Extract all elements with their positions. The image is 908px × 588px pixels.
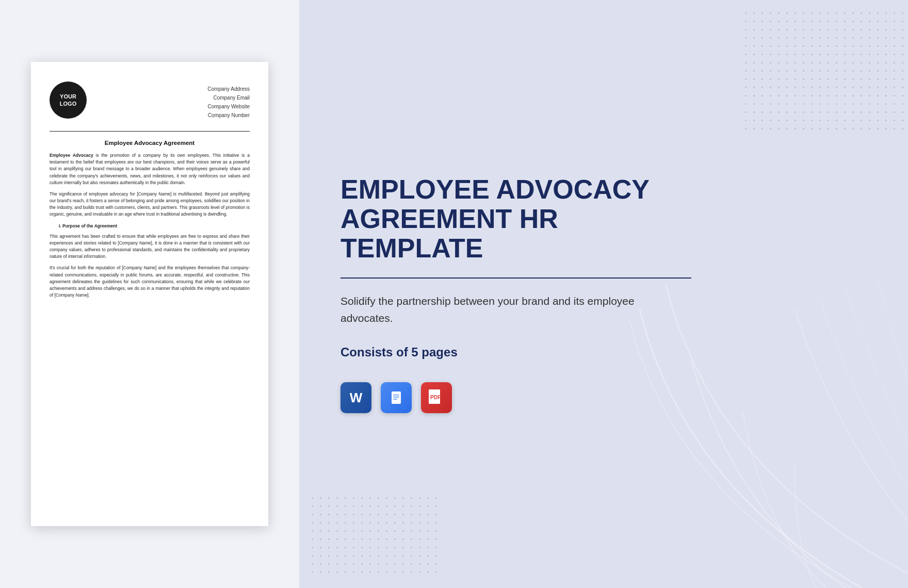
svg-rect-0 [392, 391, 401, 404]
svg-rect-1 [393, 395, 399, 396]
pdf-icon[interactable]: PDF [421, 382, 452, 413]
company-info: Company Address Company Email Company We… [207, 85, 250, 120]
svg-text:PDF: PDF [430, 395, 441, 400]
company-email: Company Email [213, 93, 250, 102]
doc-para2: The significance of employee advocacy fo… [50, 191, 250, 218]
section1-title: I. Purpose of the Agreement [50, 223, 250, 230]
google-docs-icon[interactable] [381, 382, 412, 413]
format-icons-group: W PDF [340, 382, 867, 413]
gdocs-svg [388, 389, 404, 406]
svg-rect-2 [393, 397, 399, 398]
pages-info: Consists of 5 pages [340, 345, 867, 360]
right-panel: EMPLOYEE ADVOCACY AGREEMENT HR TEMPLATE … [299, 0, 908, 588]
document-preview: YOUR LOGO Company Address Company Email … [31, 62, 268, 526]
para1-bold: Employee Advocacy [50, 153, 93, 158]
doc-title: Employee Advocacy Agreement [50, 140, 250, 146]
company-address: Company Address [207, 85, 250, 93]
left-panel: YOUR LOGO Company Address Company Email … [0, 0, 299, 588]
header-divider [50, 131, 250, 132]
svg-rect-3 [393, 399, 397, 400]
company-number: Company Number [208, 111, 250, 120]
doc-header: YOUR LOGO Company Address Company Email … [50, 81, 250, 120]
company-logo: YOUR LOGO [50, 81, 87, 119]
title-divider [340, 277, 691, 279]
pdf-svg: PDF [427, 388, 446, 407]
subtitle: Solidify the partnership between your br… [340, 293, 640, 326]
doc-para4: It's crucial for both the reputation of … [50, 265, 250, 299]
right-content: EMPLOYEE ADVOCACY AGREEMENT HR TEMPLATE … [340, 175, 867, 414]
doc-para3: This agreement has been crafted to ensur… [50, 233, 250, 260]
doc-para1: Employee Advocacy is the promotion of a … [50, 152, 250, 186]
doc-body: Employee Advocacy is the promotion of a … [50, 152, 250, 303]
company-website: Company Website [207, 102, 250, 111]
word-icon[interactable]: W [340, 382, 371, 413]
dot-pattern-bottom [299, 485, 444, 588]
main-title: EMPLOYEE ADVOCACY AGREEMENT HR TEMPLATE [340, 175, 691, 264]
dot-pattern-top [733, 0, 908, 155]
